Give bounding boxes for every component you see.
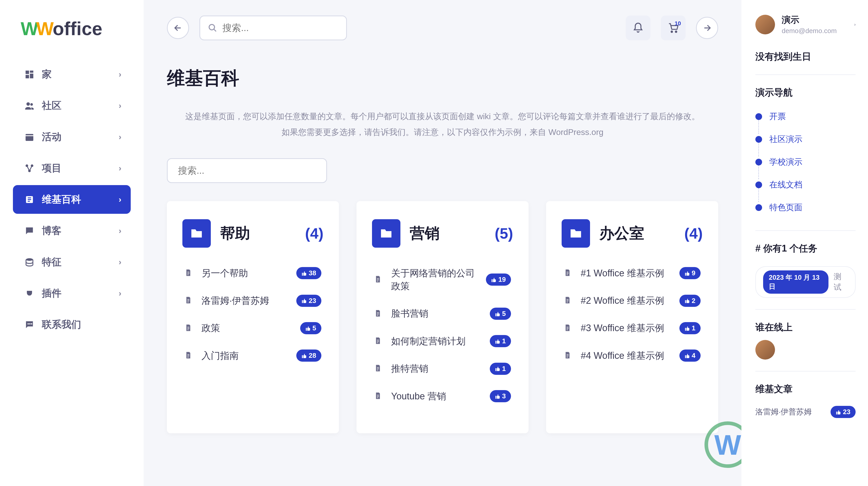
like-badge[interactable]: 1	[679, 322, 701, 334]
like-badge[interactable]: 1	[490, 335, 511, 347]
chevron-right-icon: ›	[119, 69, 121, 79]
sidebar-item-label: 社区	[42, 99, 119, 112]
category-count: (5)	[495, 225, 513, 242]
cart-count-badge: 10	[675, 20, 681, 27]
logo[interactable]: WWoffice	[21, 18, 131, 39]
like-badge[interactable]: 5	[300, 322, 321, 334]
like-badge[interactable]: 2	[679, 295, 701, 307]
like-badge[interactable]: 23	[831, 406, 856, 418]
category-title[interactable]: 帮助	[220, 223, 250, 244]
like-badge[interactable]: 3	[490, 390, 511, 402]
category-title[interactable]: 办公室	[599, 223, 644, 244]
like-badge[interactable]: 38	[296, 267, 321, 279]
chevron-right-icon: ›	[119, 257, 121, 267]
chevron-right-icon: ›	[119, 288, 121, 298]
category-count: (4)	[305, 225, 323, 242]
sidebar-item-wiki[interactable]: 维基百科 ›	[13, 185, 131, 214]
article-row[interactable]: #1 Woffice 维基示例 9	[562, 260, 703, 287]
document-icon	[564, 351, 571, 360]
like-badge[interactable]: 9	[679, 267, 701, 279]
article-row[interactable]: 洛雷姆·伊普苏姆 23	[182, 287, 323, 314]
sidebar-item-blog[interactable]: 博客 ›	[13, 217, 131, 245]
article-row[interactable]: #2 Woffice 维基示例 2	[562, 287, 703, 314]
article-row[interactable]: 推特营销 1	[372, 355, 513, 382]
article-title: #2 Woffice 维基示例	[581, 294, 670, 307]
global-search[interactable]	[199, 16, 347, 40]
sidebar-item-community[interactable]: 社区 ›	[13, 91, 131, 120]
sidebar-item-home[interactable]: 家 ›	[13, 60, 131, 89]
search-icon	[208, 23, 217, 33]
article-row[interactable]: 脸书营销 5	[372, 300, 513, 327]
sidebar-item-activities[interactable]: 活动 ›	[13, 122, 131, 151]
back-button[interactable]	[167, 17, 189, 39]
document-icon	[184, 351, 192, 360]
sidebar-item-projects[interactable]: 项目 ›	[13, 154, 131, 182]
article-row[interactable]: 另一个帮助 38	[182, 260, 323, 287]
notifications-button[interactable]	[626, 16, 650, 40]
sidebar-item-contact[interactable]: 联系我们	[13, 310, 131, 339]
svg-point-9	[28, 323, 29, 324]
database-icon	[22, 257, 37, 267]
article-row[interactable]: Youtube 营销 3	[372, 382, 513, 410]
article-title: 政策	[202, 322, 291, 335]
like-badge[interactable]: 5	[490, 308, 511, 320]
sidebar-item-plugins[interactable]: 插件 ›	[13, 279, 131, 308]
forward-button[interactable]	[696, 17, 718, 39]
like-badge[interactable]: 28	[296, 349, 321, 362]
category-title[interactable]: 营销	[410, 223, 440, 244]
demo-nav-item[interactable]: 学校演示	[755, 151, 856, 173]
chevron-right-icon: ›	[119, 163, 121, 173]
sidebar-item-label: 博客	[42, 224, 119, 237]
sidebar-item-features[interactable]: 特征 ›	[13, 248, 131, 276]
global-search-input[interactable]	[222, 23, 338, 33]
user-menu[interactable]: 演示 demo@demo.com ›	[755, 14, 856, 35]
wiki-articles-title: 维基文章	[755, 383, 856, 396]
folder-icon	[372, 219, 400, 248]
like-badge[interactable]: 19	[486, 274, 511, 286]
article-row[interactable]: 入门指南 28	[182, 342, 323, 369]
cart-button[interactable]: 10	[661, 16, 686, 40]
category-card-office: 办公室 (4) #1 Woffice 维基示例 9 #2 Woffice 维基示…	[546, 201, 718, 433]
wiki-article-title: 洛雷姆·伊普苏姆	[755, 407, 826, 417]
dashboard-icon	[22, 69, 37, 80]
article-row[interactable]: #4 Woffice 维基示例 4	[562, 342, 703, 369]
timeline-dot-icon	[755, 113, 762, 120]
wiki-search[interactable]	[167, 158, 327, 183]
sidebar-item-label: 项目	[42, 162, 119, 175]
like-badge[interactable]: 4	[679, 349, 701, 362]
article-title: 关于网络营销的公司政策	[391, 267, 476, 293]
folder-icon	[182, 219, 211, 248]
timeline-dot-icon	[755, 204, 762, 211]
timeline-dot-icon	[755, 136, 762, 143]
article-row[interactable]: 政策 5	[182, 314, 323, 342]
timeline-dot-icon	[755, 159, 762, 166]
document-icon	[184, 296, 192, 305]
demo-nav-item[interactable]: 在线文档	[755, 173, 856, 196]
demo-nav-item[interactable]: 社区演示	[755, 128, 856, 151]
chevron-right-icon: ›	[119, 195, 121, 204]
sidebar-item-label: 特征	[42, 255, 119, 268]
like-badge[interactable]: 23	[296, 295, 321, 307]
article-row[interactable]: 如何制定营销计划 1	[372, 327, 513, 355]
svg-point-12	[209, 25, 215, 30]
task-item[interactable]: 2023 年 10 月 13 日 测试	[755, 266, 856, 298]
svg-point-0	[26, 102, 30, 106]
plug-icon	[22, 288, 37, 298]
user-name: 演示	[782, 14, 837, 26]
document-icon	[184, 269, 192, 278]
document-icon	[374, 392, 382, 401]
online-user-avatar[interactable]	[755, 340, 775, 360]
diagram-icon	[22, 163, 37, 173]
chevron-right-icon: ›	[119, 101, 121, 110]
like-badge[interactable]: 1	[490, 363, 511, 375]
avatar	[755, 15, 775, 34]
chat-icon	[22, 226, 37, 236]
demo-nav-item[interactable]: 开票	[755, 105, 856, 128]
article-row[interactable]: #3 Woffice 维基示例 1	[562, 314, 703, 342]
wiki-search-input[interactable]	[178, 165, 316, 176]
online-title: 谁在线上	[755, 321, 856, 334]
article-row[interactable]: 关于网络营销的公司政策 19	[372, 260, 513, 300]
wiki-article-item[interactable]: 洛雷姆·伊普苏姆 23	[755, 406, 856, 418]
demo-nav-item[interactable]: 特色页面	[755, 196, 856, 219]
article-title: #1 Woffice 维基示例	[581, 267, 670, 280]
